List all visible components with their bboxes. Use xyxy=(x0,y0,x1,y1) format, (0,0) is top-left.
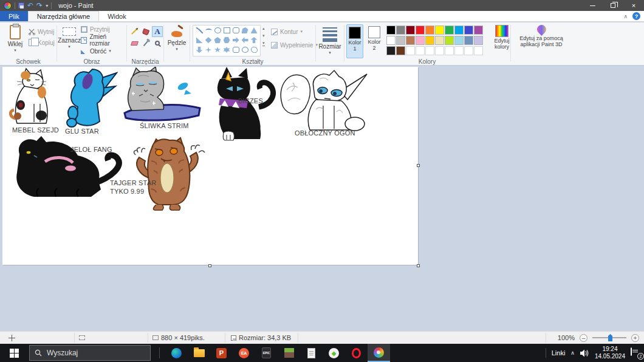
palette-swatch[interactable] xyxy=(464,26,473,35)
shape-arr-d-icon[interactable] xyxy=(196,47,203,53)
taskbar-icon-sims[interactable]: ◆ xyxy=(323,344,345,362)
shapes-scroll-up-icon[interactable]: ▴ xyxy=(262,26,265,31)
zoom-slider[interactable] xyxy=(592,337,626,338)
palette-swatch[interactable] xyxy=(396,46,405,55)
shape-hex-icon[interactable] xyxy=(224,37,230,43)
canvas-resize-handle-corner[interactable] xyxy=(417,264,420,267)
color2-button[interactable]: Kolor 2 xyxy=(366,24,383,58)
restore-button[interactable] xyxy=(603,0,623,11)
tab-view[interactable]: Widok xyxy=(99,11,135,21)
clock[interactable]: 19:24 14.05.2024 xyxy=(595,346,625,361)
palette-swatch[interactable] xyxy=(435,36,444,45)
taskbar-icon-explorer[interactable] xyxy=(188,344,210,362)
taskbar-icon-minecraft[interactable] xyxy=(278,344,300,362)
magnifier-tool[interactable] xyxy=(152,38,163,49)
shape-bub-r-icon[interactable] xyxy=(233,47,239,53)
shape-tri-icon[interactable] xyxy=(251,27,258,33)
palette-swatch-empty[interactable] xyxy=(464,46,473,55)
shapes-more-icon[interactable]: ▾ xyxy=(262,41,265,46)
shape-rect-icon[interactable] xyxy=(224,27,230,33)
palette-swatch[interactable] xyxy=(396,26,405,35)
brushes-button[interactable]: Pędzle ▾ xyxy=(165,24,189,51)
tab-home[interactable]: Narzędzia główne xyxy=(28,11,99,21)
palette-swatch[interactable] xyxy=(454,36,464,45)
palette-swatch[interactable] xyxy=(386,26,396,35)
palette-swatch-empty[interactable] xyxy=(416,46,425,55)
color1-button[interactable]: Kolor 1 xyxy=(346,24,363,58)
shape-star5-icon[interactable] xyxy=(214,47,221,53)
shapes-scroll-down-icon[interactable]: ▾ xyxy=(262,33,265,38)
save-icon[interactable] xyxy=(18,2,24,9)
undo-icon[interactable]: ↶ xyxy=(27,2,33,9)
taskbar-icon-paint-active[interactable] xyxy=(368,344,390,362)
palette-swatch[interactable] xyxy=(425,26,434,35)
copy-button[interactable]: Kopiuj xyxy=(29,38,55,47)
links-toolbar[interactable]: Linki xyxy=(552,349,566,357)
palette-swatch-empty[interactable] xyxy=(435,46,444,55)
collapse-ribbon-icon[interactable]: ∧ xyxy=(623,13,628,19)
palette-swatch[interactable] xyxy=(445,26,454,35)
edit-colors-button[interactable]: Edytuj kolory xyxy=(493,25,511,50)
palette-swatch[interactable] xyxy=(435,26,444,35)
select-button[interactable]: Zaznacz ▾ xyxy=(58,22,81,49)
palette-swatch[interactable] xyxy=(406,36,415,45)
zoom-out-button[interactable]: – xyxy=(580,334,587,342)
fill-tool[interactable] xyxy=(140,26,151,37)
redo-icon[interactable]: ↷ xyxy=(36,2,43,9)
palette-swatch[interactable] xyxy=(416,26,425,35)
size-button[interactable]: Rozmiar ▾ xyxy=(317,24,343,55)
shape-arr-u-icon[interactable] xyxy=(251,37,258,43)
volume-icon[interactable] xyxy=(580,349,589,357)
shape-rtri-icon[interactable] xyxy=(196,37,203,43)
shape-bub-c-icon[interactable] xyxy=(251,47,258,53)
cut-button[interactable]: Wytnij xyxy=(29,27,54,36)
taskbar-icon-epic[interactable]: EPIC xyxy=(255,344,278,362)
palette-swatch[interactable] xyxy=(406,26,415,35)
palette-swatch[interactable] xyxy=(474,36,483,45)
zoom-slider-thumb[interactable] xyxy=(608,334,612,341)
taskbar-icon-ea[interactable]: EA xyxy=(233,344,255,362)
shape-star4-icon[interactable] xyxy=(205,47,212,53)
palette-swatch[interactable] xyxy=(396,36,405,45)
shape-arr-l-icon[interactable] xyxy=(242,37,248,43)
shape-arr-r-icon[interactable] xyxy=(233,37,239,43)
palette-swatch[interactable] xyxy=(386,36,396,45)
help-icon[interactable]: ? xyxy=(632,12,640,20)
shape-pent-icon[interactable] xyxy=(214,37,221,43)
shape-curve-icon[interactable] xyxy=(205,29,212,32)
taskbar-search[interactable] xyxy=(29,345,151,361)
taskbar-icon-opera[interactable] xyxy=(345,344,368,362)
shape-bub-o-icon[interactable] xyxy=(242,47,248,53)
palette-swatch-empty[interactable] xyxy=(454,46,464,55)
pencil-tool[interactable] xyxy=(129,26,140,37)
shape-ellipse-icon[interactable] xyxy=(214,27,221,33)
palette-swatch[interactable] xyxy=(416,36,425,45)
shape-line-icon[interactable] xyxy=(196,27,203,33)
fill-button[interactable]: Wypełnienie ▾ xyxy=(271,41,318,49)
start-button[interactable] xyxy=(0,344,28,362)
outline-button[interactable]: Kontur ▾ xyxy=(271,27,303,36)
palette-swatch[interactable] xyxy=(445,36,454,45)
paint3d-button[interactable]: Edytuj za pomocą aplikacji Paint 3D xyxy=(512,24,570,48)
palette-swatch-empty[interactable] xyxy=(445,46,454,55)
tab-file[interactable]: Plik xyxy=(0,11,28,21)
palette-swatch[interactable] xyxy=(386,46,396,55)
shape-diamond-icon[interactable] xyxy=(205,37,212,43)
close-button[interactable]: × xyxy=(623,0,644,11)
crop-button[interactable]: Przytnij xyxy=(81,25,110,33)
shape-star6-icon[interactable] xyxy=(224,47,230,53)
minimize-button[interactable] xyxy=(582,0,603,11)
zoom-in-button[interactable]: + xyxy=(631,334,639,342)
palette-swatch[interactable] xyxy=(425,36,434,45)
shape-poly-icon[interactable] xyxy=(242,27,248,33)
palette-swatch[interactable] xyxy=(474,26,483,35)
eraser-tool[interactable] xyxy=(129,38,140,49)
resize-button[interactable]: Zmień rozmiar xyxy=(81,36,126,44)
search-input[interactable] xyxy=(47,349,138,357)
taskbar-icon-edge[interactable] xyxy=(165,344,188,362)
rotate-button[interactable]: Obróć ▾ xyxy=(81,47,111,55)
drawing-canvas[interactable]: MEBEL SZEJD GLU STAR ŚLIWKA STRIM BICZES… xyxy=(2,67,418,265)
shape-rrect-icon[interactable] xyxy=(233,27,239,33)
canvas-resize-handle-bottom[interactable] xyxy=(208,264,211,267)
color-picker-tool[interactable] xyxy=(140,38,151,49)
